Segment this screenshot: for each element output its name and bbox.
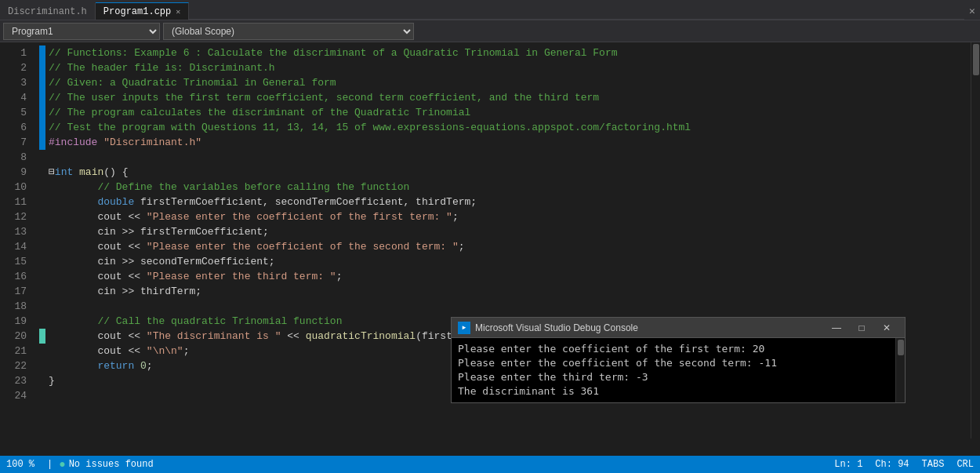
issues-item: ● No issues found bbox=[59, 458, 153, 471]
line-bar-11 bbox=[39, 195, 45, 209]
code-line-11: double firstTermCoefficient, secondTermC… bbox=[39, 195, 971, 209]
status-bar: 100 % | ● No issues found Ln: 1 Ch: 94 T… bbox=[0, 456, 980, 473]
console-line: Please enter the third term: -3 bbox=[458, 370, 889, 384]
console-minimize-btn[interactable]: — bbox=[825, 320, 848, 336]
line-content-9: ⊟int main() { bbox=[49, 165, 128, 180]
console-icon-text: ► bbox=[463, 324, 466, 331]
console-maximize-btn[interactable]: □ bbox=[850, 320, 873, 336]
tab-program1-label: Program1.cpp bbox=[103, 6, 171, 17]
project-selector[interactable]: Program1 bbox=[3, 23, 160, 40]
line-number-15: 15 bbox=[3, 254, 27, 269]
encoding-indicator: CRL bbox=[956, 459, 974, 470]
line-number-2: 2 bbox=[3, 60, 27, 75]
tab-discriminant-label: Discriminant.h bbox=[8, 6, 87, 17]
tab-bar: Discriminant.h Program1.cpp ✕ ✕ bbox=[0, 0, 980, 20]
line-content-16: cout << "Please enter the third term: "; bbox=[49, 269, 342, 284]
line-content-14: cout << "Please enter the coefficient of… bbox=[49, 239, 465, 254]
line-content-21: cout << "\n\n"; bbox=[49, 344, 189, 358]
code-line-8 bbox=[39, 150, 971, 165]
line-bar-24 bbox=[39, 388, 45, 403]
console-window: ► Microsoft Visual Studio Debug Console … bbox=[451, 317, 906, 403]
tabs-indicator: TABS bbox=[922, 459, 945, 470]
line-number-3: 3 bbox=[3, 75, 27, 90]
code-line-17: cin >> thirdTerm; bbox=[39, 284, 971, 299]
code-line-4: // The user inputs the first term coeffi… bbox=[39, 90, 971, 105]
line-content-23: } bbox=[49, 373, 55, 388]
line-content-3: // Given: a Quadratic Trinomial in Gener… bbox=[49, 75, 336, 90]
line-bar-12 bbox=[39, 209, 45, 224]
line-content-5: // The program calculates the discrimina… bbox=[49, 105, 470, 120]
line-number-12: 12 bbox=[3, 209, 27, 224]
status-left: 100 % | ● No issues found bbox=[6, 458, 154, 471]
line-bar-3 bbox=[39, 75, 45, 90]
line-bar-16 bbox=[39, 269, 45, 284]
issues-text: No issues found bbox=[69, 459, 154, 470]
line-numbers: 123456789101112131415161718192021222324 bbox=[0, 42, 33, 438]
line-number-17: 17 bbox=[3, 284, 27, 299]
console-close-btn[interactable]: ✕ bbox=[875, 320, 898, 336]
line-bar-6 bbox=[39, 120, 45, 135]
line-content-15: cin >> secondTermCoefficient; bbox=[49, 254, 275, 269]
line-bar-13 bbox=[39, 224, 45, 239]
editor-container: 123456789101112131415161718192021222324 … bbox=[0, 42, 980, 438]
line-bar-8 bbox=[39, 150, 45, 165]
tab-discriminant[interactable]: Discriminant.h bbox=[0, 2, 96, 20]
line-content-11: double firstTermCoefficient, secondTermC… bbox=[49, 195, 477, 209]
line-bar-1 bbox=[39, 45, 45, 60]
line-number-4: 4 bbox=[3, 90, 27, 105]
line-number-7: 7 bbox=[3, 135, 27, 150]
line-bar-22 bbox=[39, 358, 45, 373]
line-number-5: 5 bbox=[3, 105, 27, 120]
line-content-13: cin >> firstTermCoefficient; bbox=[49, 224, 269, 239]
code-line-6: // Test the program with Questions 11, 1… bbox=[39, 120, 971, 135]
line-bar-2 bbox=[39, 60, 45, 75]
tab-program1-close[interactable]: ✕ bbox=[176, 7, 180, 16]
tab-program1[interactable]: Program1.cpp ✕ bbox=[96, 2, 189, 20]
console-scrollbar[interactable] bbox=[895, 338, 905, 402]
line-content-10: // Define the variables before calling t… bbox=[49, 180, 409, 195]
line-number-21: 21 bbox=[3, 344, 27, 358]
line-number-20: 20 bbox=[3, 329, 27, 344]
console-line: The discriminant is 361 bbox=[458, 384, 889, 398]
line-bar-14 bbox=[39, 239, 45, 254]
console-titlebar: ► Microsoft Visual Studio Debug Console … bbox=[452, 318, 905, 338]
ln-indicator: Ln: 1 bbox=[834, 459, 862, 470]
code-line-2: // The header file is: Discriminant.h bbox=[39, 60, 971, 75]
line-number-16: 16 bbox=[3, 269, 27, 284]
line-number-11: 11 bbox=[3, 195, 27, 209]
vertical-scrollbar[interactable] bbox=[971, 42, 980, 438]
code-line-9: ⊟int main() { bbox=[39, 165, 971, 180]
line-content-22: return 0; bbox=[49, 358, 153, 373]
console-line: Please enter the coefficient of the seco… bbox=[458, 356, 889, 370]
code-line-15: cin >> secondTermCoefficient; bbox=[39, 254, 971, 269]
console-title: Microsoft Visual Studio Debug Console bbox=[475, 322, 820, 333]
line-content-2: // The header file is: Discriminant.h bbox=[49, 60, 275, 75]
line-content-17: cin >> thirdTerm; bbox=[49, 284, 201, 299]
toolbar: Program1 (Global Scope) bbox=[0, 20, 980, 42]
console-body: Please enter the coefficient of the firs… bbox=[452, 338, 905, 402]
line-bar-21 bbox=[39, 344, 45, 358]
scrollbar-thumb[interactable] bbox=[973, 44, 979, 75]
line-bar-15 bbox=[39, 254, 45, 269]
code-line-10: // Define the variables before calling t… bbox=[39, 180, 971, 195]
code-line-14: cout << "Please enter the coefficient of… bbox=[39, 239, 971, 254]
code-line-12: cout << "Please enter the coefficient of… bbox=[39, 209, 971, 224]
line-bar-10 bbox=[39, 180, 45, 195]
line-bar-18 bbox=[39, 299, 45, 314]
console-content: Please enter the coefficient of the firs… bbox=[452, 338, 895, 402]
line-number-13: 13 bbox=[3, 224, 27, 239]
line-number-1: 1 bbox=[3, 45, 27, 60]
code-line-18 bbox=[39, 299, 971, 314]
line-number-8: 8 bbox=[3, 150, 27, 165]
scope-selector[interactable]: (Global Scope) bbox=[163, 23, 414, 40]
line-content-7: #include "Discriminant.h" bbox=[49, 135, 201, 150]
status-right: Ln: 1 Ch: 94 TABS CRL bbox=[834, 459, 974, 470]
line-number-19: 19 bbox=[3, 314, 27, 329]
line-content-12: cout << "Please enter the coefficient of… bbox=[49, 209, 459, 224]
line-number-18: 18 bbox=[3, 299, 27, 314]
line-number-10: 10 bbox=[3, 180, 27, 195]
window-close-btn[interactable]: ✕ bbox=[964, 2, 980, 20]
console-line: Please enter the coefficient of the firs… bbox=[458, 342, 889, 356]
line-content-6: // Test the program with Questions 11, 1… bbox=[49, 120, 691, 135]
console-scroll-thumb[interactable] bbox=[898, 340, 904, 355]
